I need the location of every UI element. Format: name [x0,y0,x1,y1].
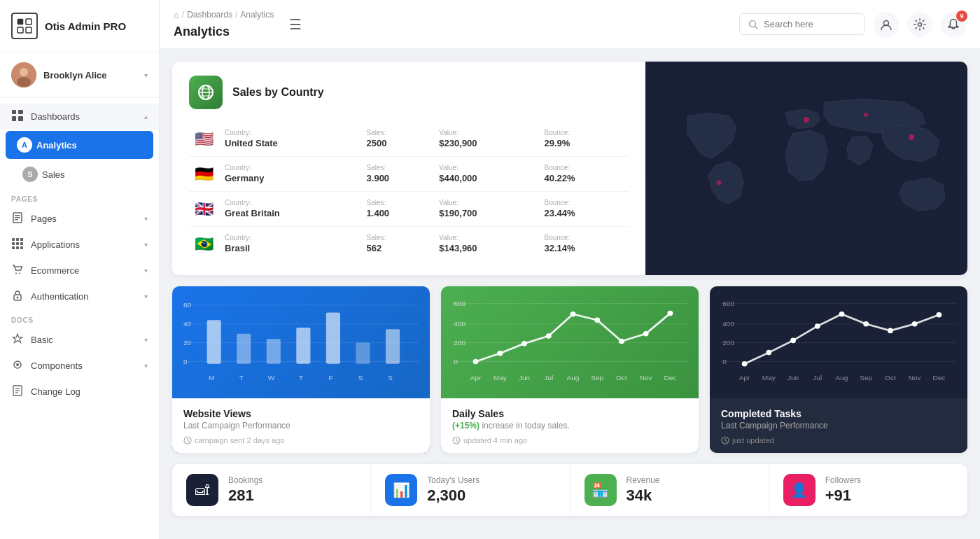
avatar [11,62,36,88]
svg-rect-13 [15,217,20,218]
completed-tasks-time: just updated [721,436,956,444]
svg-point-83 [522,341,527,346]
svg-line-101 [456,441,458,442]
pages-section-label: PAGES [0,188,159,206]
svg-text:0: 0 [183,358,188,365]
svg-point-111 [766,350,771,356]
table-row: 🇬🇧 Country: Great Britain Sales: 1.400 V… [189,192,629,227]
menu-toggle-button[interactable]: ☰ [289,16,302,33]
sidebar-item-ecommerce[interactable]: Ecommerce ▾ [0,258,159,284]
svg-text:Oct: Oct [885,374,896,382]
sidebar-user[interactable]: Brooklyn Alice ▾ [0,52,159,98]
search-input[interactable] [764,19,848,29]
sidebar-item-pages[interactable]: Pages ▾ [0,206,159,232]
svg-rect-22 [16,246,19,249]
daily-sales-chart: 600 400 200 0 [441,286,699,398]
svg-point-89 [667,311,673,316]
sidebar-item-authentication[interactable]: Authentication ▾ [0,284,159,309]
svg-point-88 [643,331,649,337]
svg-text:Nov: Nov [640,374,652,382]
daily-sales-time: updated 4 min ago [452,436,687,444]
page-title: Analytics [174,24,230,39]
svg-point-113 [815,323,820,329]
svg-point-45 [864,113,868,117]
stat-info: Today's Users 2,300 [427,475,555,505]
svg-point-37 [918,22,922,26]
sidebar-item-applications[interactable]: Applications ▾ [0,232,159,258]
svg-text:Jun: Jun [788,374,799,382]
svg-text:400: 400 [454,320,465,328]
stat-label: Revenue [626,475,755,485]
applications-label: Applications [31,239,137,250]
world-map [645,62,967,275]
sales-letter-icon: S [22,167,35,182]
stat-item: 📊 Today's Users 2,300 [371,464,570,516]
authentication-chevron: ▾ [144,293,148,300]
completed-tasks-time-label: just updated [732,436,774,444]
sidebar-item-dashboards[interactable]: Dashboards ▴ [0,104,159,130]
svg-point-115 [863,321,869,327]
stat-item: 🛋 Bookings 281 [172,464,371,516]
stat-icon: 📊 [385,474,417,506]
logo-icon [11,13,38,39]
completed-tasks-subtitle: Last Campaign Performance [721,421,956,430]
svg-text:W: W [268,374,275,382]
dashboards-icon [11,110,24,123]
notifications-button[interactable]: 9 [941,12,966,37]
breadcrumb-analytics: Analytics [240,10,274,20]
svg-text:Apr: Apr [739,374,750,382]
svg-rect-56 [207,320,221,363]
svg-rect-1 [26,19,31,24]
website-views-title: Website Views [183,408,419,419]
settings-button[interactable] [907,12,932,37]
svg-rect-16 [16,238,19,241]
svg-text:M: M [209,374,214,382]
content-area: Sales by Country 🇺🇸 Country: United Stat… [160,49,980,539]
completed-tasks-card: 600 400 200 0 Apr [710,286,967,453]
svg-text:60: 60 [183,301,192,309]
svg-point-118 [936,312,941,318]
daily-sales-time-label: updated 4 min ago [463,436,527,444]
stat-item: 🏪 Revenue 34k [570,464,769,516]
breadcrumb-path: ⌂ / Dashboards / Analytics [174,10,274,20]
sidebar-item-basic[interactable]: Basic ▾ [0,327,159,353]
sidebar-item-changelog[interactable]: Change Log [0,379,159,405]
svg-point-87 [619,339,624,344]
sidebar-item-components[interactable]: Components ▾ [0,353,159,379]
svg-point-110 [742,361,748,367]
charts-row: 60 40 20 0 M T [172,286,967,453]
svg-text:Sep: Sep [860,374,872,382]
logo-text: Otis Admin PRO [45,20,126,32]
svg-point-47 [717,180,722,185]
website-views-chart: 60 40 20 0 M T [172,286,430,398]
svg-text:200: 200 [454,339,465,346]
svg-text:Oct: Oct [616,374,627,382]
svg-point-117 [912,321,918,327]
website-views-card: 60 40 20 0 M T [172,286,430,453]
svg-text:May: May [762,374,776,382]
user-profile-button[interactable] [874,12,899,37]
globe-icon [189,76,223,109]
svg-text:200: 200 [722,339,734,346]
svg-point-5 [20,68,28,76]
svg-text:S: S [358,374,363,382]
stat-label: Bookings [228,475,356,485]
svg-rect-57 [237,334,251,364]
svg-text:Aug: Aug [836,374,848,382]
svg-rect-12 [15,215,20,216]
country-table: 🇺🇸 Country: United State Sales: 2500 Val… [189,122,629,261]
analytics-label: Analytics [36,140,142,150]
ecommerce-icon [11,264,24,277]
stat-value: +91 [825,486,953,505]
svg-text:400: 400 [722,320,734,328]
svg-text:T: T [299,374,303,382]
website-views-subtitle: Last Campaign Performance [183,421,419,430]
sidebar-item-analytics[interactable]: A Analytics [6,131,153,159]
svg-text:Jun: Jun [519,374,530,382]
completed-tasks-chart: 600 400 200 0 Apr [710,286,967,398]
sidebar-item-sales[interactable]: S Sales [0,160,159,188]
daily-sales-subtitle: (+15%) increase in today sales. [452,421,687,430]
svg-rect-58 [267,339,281,364]
svg-line-72 [188,441,190,442]
svg-rect-9 [12,116,16,121]
